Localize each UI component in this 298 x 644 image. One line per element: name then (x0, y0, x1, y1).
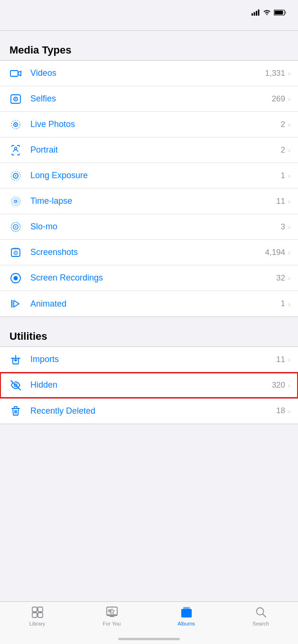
chevron-icon-portrait: › (288, 146, 290, 154)
tab-for-you[interactable]: For You (74, 606, 149, 626)
item-label-screen-recordings: Screen Recordings (30, 273, 276, 283)
svg-point-28 (14, 276, 18, 280)
hidden-icon (8, 379, 24, 391)
battery-icon (274, 9, 287, 16)
svg-rect-32 (32, 613, 37, 617)
item-label-recently-deleted: Recently Deleted (30, 406, 276, 416)
svg-point-19 (13, 199, 19, 204)
animated-icon (8, 298, 24, 310)
item-label-slo-mo: Slo-mo (30, 222, 281, 232)
item-label-live-photos: Live Photos (30, 119, 281, 129)
section-header-utilities: Utilities (0, 317, 298, 346)
list-item-videos[interactable]: Videos1,331› (0, 61, 298, 86)
portrait-icon (8, 144, 24, 156)
nav-bar (0, 21, 298, 31)
list-item-screen-recordings[interactable]: Screen Recordings32› (0, 265, 298, 291)
trash-icon (8, 405, 24, 417)
long-exposure-icon (8, 170, 24, 182)
item-label-long-exposure: Long Exposure (30, 171, 281, 181)
status-icons (251, 9, 287, 16)
item-count-time-lapse: 11 (276, 197, 285, 206)
item-count-live-photos: 2 (281, 120, 285, 129)
svg-point-23 (15, 226, 17, 227)
item-count-recently-deleted: 18 (276, 406, 285, 416)
svg-rect-5 (285, 11, 287, 14)
item-label-time-lapse: Time-lapse (30, 196, 276, 206)
chevron-icon-selfies: › (288, 95, 290, 103)
item-count-screenshots: 4,194 (265, 248, 285, 257)
slo-mo-icon (8, 221, 24, 233)
list-item-imports[interactable]: Imports11› (0, 347, 298, 372)
item-label-videos: Videos (30, 68, 265, 78)
item-label-imports: Imports (30, 354, 276, 364)
svg-point-10 (15, 98, 17, 100)
item-label-animated: Animated (30, 299, 281, 309)
tab-library[interactable]: Library (0, 606, 74, 626)
status-bar (0, 0, 298, 21)
list-item-time-lapse[interactable]: Time-lapse11› (0, 189, 298, 214)
time-lapse-icon (8, 195, 24, 208)
chevron-icon-screenshots: › (288, 248, 290, 256)
screen-recording-icon (8, 272, 24, 284)
item-count-slo-mo: 3 (281, 222, 285, 232)
tab-search[interactable]: Search (224, 606, 298, 626)
tab-label-library: Library (29, 621, 46, 626)
list-item-portrait[interactable]: Portrait2› (0, 137, 298, 163)
chevron-icon-animated: › (288, 300, 290, 308)
svg-rect-37 (183, 607, 190, 609)
item-label-screenshots: Screenshots (30, 247, 265, 257)
screenshot-icon (8, 246, 24, 259)
svg-rect-7 (10, 71, 18, 76)
section-list-media-types: Videos1,331› Selfies269› Live Photos2› P… (0, 60, 298, 317)
item-count-selfies: 269 (272, 94, 285, 104)
chevron-icon-hidden: › (288, 381, 290, 389)
tab-icon-search (254, 606, 268, 619)
item-count-long-exposure: 1 (281, 171, 285, 181)
chevron-icon-screen-recordings: › (288, 274, 290, 282)
chevron-icon-time-lapse: › (288, 197, 290, 205)
list-item-live-photos[interactable]: Live Photos2› (0, 112, 298, 137)
tab-label-search: Search (252, 621, 269, 626)
list-item-slo-mo[interactable]: Slo-mo3› (0, 214, 298, 240)
live-photo-icon (8, 118, 24, 131)
tab-icon-library (31, 606, 44, 619)
list-item-long-exposure[interactable]: Long Exposure1› (0, 163, 298, 189)
svg-point-20 (15, 200, 17, 202)
list-item-screenshots[interactable]: Screenshots4,194› (0, 240, 298, 265)
svg-point-16 (15, 175, 17, 176)
signal-icon (251, 9, 260, 16)
tab-icon-for-you (105, 606, 119, 619)
item-count-imports: 11 (276, 355, 285, 364)
tab-albums[interactable]: Albums (149, 606, 224, 626)
item-count-hidden: 320 (272, 381, 285, 390)
content-area: Media Types Videos1,331› Selfies269› Liv… (0, 31, 298, 467)
svg-rect-36 (181, 609, 192, 617)
chevron-icon-live-photos: › (288, 120, 290, 128)
section-list-utilities: Imports11› Hidden320› Recently Deleted18… (0, 346, 298, 424)
svg-rect-6 (275, 10, 283, 14)
tab-label-albums: Albums (177, 621, 195, 626)
import-icon (8, 354, 24, 366)
svg-rect-3 (258, 9, 260, 16)
chevron-icon-recently-deleted: › (288, 407, 290, 415)
svg-point-12 (15, 124, 17, 125)
chevron-icon-videos: › (288, 69, 290, 77)
item-count-screen-recordings: 32 (276, 273, 285, 283)
svg-rect-31 (38, 607, 43, 612)
item-label-selfies: Selfies (30, 94, 272, 104)
wifi-icon (263, 9, 271, 16)
list-item-hidden[interactable]: Hidden320› (0, 372, 298, 398)
svg-point-26 (15, 252, 16, 253)
section-header-media-types: Media Types (0, 31, 298, 60)
svg-rect-2 (256, 11, 257, 16)
chevron-icon-long-exposure: › (288, 172, 290, 180)
list-item-selfies[interactable]: Selfies269› (0, 86, 298, 112)
list-item-recently-deleted[interactable]: Recently Deleted18› (0, 398, 298, 424)
svg-rect-0 (251, 13, 253, 16)
video-icon (8, 67, 24, 80)
chevron-icon-slo-mo: › (288, 223, 290, 231)
svg-point-38 (256, 608, 263, 615)
list-item-animated[interactable]: Animated1› (0, 291, 298, 317)
home-indicator (118, 638, 180, 640)
svg-rect-30 (32, 607, 37, 612)
